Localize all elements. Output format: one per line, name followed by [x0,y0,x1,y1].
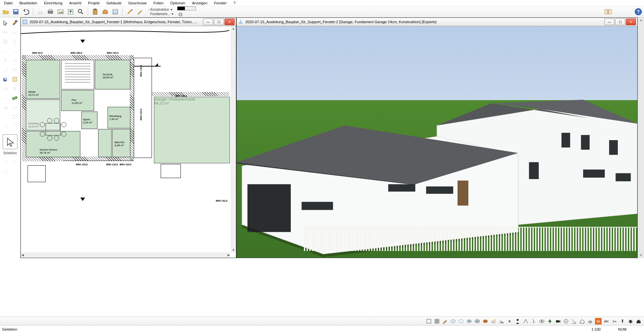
door-tool-icon[interactable] [11,38,19,46]
home-icon[interactable] [579,318,586,325]
close-button[interactable]: ✕ [626,18,636,25]
floor3d-icon[interactable] [587,318,594,325]
status-scale[interactable]: 1:100 [591,327,601,331]
gear-icon[interactable] [177,12,184,17]
target-icon[interactable] [563,318,569,325]
menu-ansicht[interactable]: Ansicht [66,0,85,6]
text-tool-icon[interactable]: Ab [1,103,9,112]
extra2-icon[interactable] [11,158,19,166]
zoom-icon[interactable] [76,7,85,16]
maximize-button[interactable]: ☐ [615,18,625,25]
print-icon[interactable] [46,7,55,16]
open-icon[interactable] [1,7,10,16]
3d-viewport[interactable] [237,26,637,258]
extra1-icon[interactable] [1,158,9,166]
slab-tool-icon[interactable] [11,28,19,36]
shape-tool-icon[interactable] [11,113,19,121]
tree-view-icon[interactable] [547,318,553,325]
active-tool-cursor[interactable] [3,134,17,149]
measure-tool-icon[interactable] [11,94,19,102]
pencil-icon[interactable] [442,318,448,325]
paste-icon[interactable] [91,7,99,16]
cut-icon[interactable] [36,7,45,16]
wall-tool-icon[interactable] [1,28,9,36]
save-icon[interactable] [11,7,20,16]
label-toggle-icon[interactable]: abc [603,318,610,325]
shadow-icon[interactable] [498,318,505,325]
minimize-button[interactable]: — [203,18,213,25]
subwindow-floorplan-titlebar[interactable]: 2020-07-15_Ausleitung_Bauplan_für_Suppor… [21,18,236,26]
menu-datei[interactable]: Datei [1,0,16,6]
hammer-icon[interactable] [11,19,19,27]
tree-tool-icon[interactable] [11,85,19,93]
beam-tool-icon[interactable] [11,56,19,65]
brightness-slider[interactable] [177,6,196,10]
dropdown-konstruktion[interactable]: Konstruktion [148,8,174,11]
menu-optionen[interactable]: Optionen [167,0,189,6]
catalog-small-icon[interactable] [11,75,19,83]
collapse-toggle-icon[interactable]: ▾ [640,253,642,257]
extra3-icon[interactable] [1,168,9,176]
path-tool-icon[interactable] [1,94,9,102]
image-icon[interactable] [56,7,65,16]
wire1-icon[interactable] [450,318,456,325]
cursor-tool-icon[interactable] [1,19,9,27]
roof-tool-icon[interactable] [1,47,9,55]
shade-tex-icon[interactable] [482,318,489,325]
dormer-tool-icon[interactable] [11,47,19,55]
house-fill-icon[interactable] [635,318,642,325]
shade-flat-icon[interactable] [466,318,473,325]
chair-icon[interactable] [1,75,9,83]
column-tool-icon[interactable] [1,56,9,65]
pen-icon[interactable] [135,7,144,16]
mode-3d-button[interactable]: 3D [595,318,602,325]
menu-fenster[interactable]: Fenster [211,0,230,6]
terrain-tool-icon[interactable] [1,85,9,93]
person-icon[interactable] [514,318,521,325]
grid-icon[interactable] [434,318,440,325]
wand-icon[interactable] [125,7,134,16]
group-tool-icon[interactable] [1,122,9,130]
walk-icon[interactable] [530,318,537,325]
floorplan-viewport[interactable]: ▲▼ ◀▶ Gäste15,71 m² Arbeiten14,13 m² [21,26,236,258]
dim-tool-icon[interactable] [11,103,19,112]
railing-tool-icon[interactable] [11,66,19,74]
building-settings-icon[interactable] [101,7,110,16]
section-tool-icon[interactable] [11,122,19,130]
ruler-5m-icon[interactable]: 5m [611,318,618,325]
close-button[interactable]: ✕ [225,18,235,25]
line-tool-icon[interactable] [1,113,9,121]
menu-einrichtung[interactable]: Einrichtung [41,0,66,6]
camera-icon[interactable] [555,318,561,325]
maximize-button[interactable]: ☐ [214,18,224,25]
cut-plane-icon[interactable] [571,318,577,325]
help-icon[interactable]: ? [634,7,643,16]
subwindow-3d-titlebar[interactable]: 2020-07-15_Ausleitung_Bauplan_für_Suppor… [237,18,637,26]
window-tool-icon[interactable] [1,38,9,46]
export-icon[interactable] [66,7,75,16]
menu-folien[interactable]: Folien [150,0,167,6]
menu-projekt[interactable]: Projekt [85,0,103,6]
bug-icon[interactable] [627,318,634,325]
layers-icon[interactable] [111,7,120,16]
snap-endpoint-icon[interactable] [426,318,432,325]
undo-icon[interactable] [22,7,30,16]
menu-anzeigen[interactable]: Anzeigen [189,0,211,6]
scrollbar-horizontal[interactable]: ◀▶ [21,252,231,258]
menu-bearbeiten[interactable]: Bearbeiten [16,0,41,6]
axis-icon[interactable] [522,318,529,325]
orbit-icon[interactable] [538,318,545,325]
menu-gebaeude[interactable]: Gebäude [103,0,125,6]
compass-icon[interactable]: N [619,318,626,325]
shade-hatch-icon[interactable] [474,318,481,325]
extra4-icon[interactable] [11,168,19,176]
stairs-tool-icon[interactable] [1,66,9,74]
menu-help[interactable]: ? [230,0,239,6]
minimize-button[interactable]: — [604,18,614,25]
view-sun-icon[interactable] [490,318,497,325]
catalog-icon[interactable] [604,7,612,16]
wire2-icon[interactable] [458,318,465,325]
menu-geschosse[interactable]: Geschosse [125,0,150,6]
collapse-toggle-icon[interactable]: ▾ [640,19,642,22]
sun-dot-icon[interactable]: ☀ [506,318,513,325]
